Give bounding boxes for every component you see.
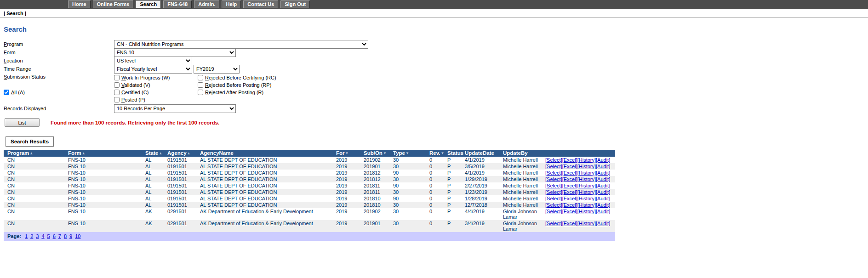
page-link-9[interactable]: 9 xyxy=(69,233,72,239)
audit-link[interactable]: [Audit] xyxy=(596,196,610,201)
page-link-5[interactable]: 5 xyxy=(47,233,50,239)
audit-link[interactable]: [Audit] xyxy=(596,183,610,188)
column-header-agencyname[interactable]: AgencyName xyxy=(196,150,332,157)
excel-link[interactable]: [Excel] xyxy=(562,164,577,169)
tab-search-results[interactable]: Search Results xyxy=(6,136,54,147)
audit-link[interactable]: [Audit] xyxy=(596,157,610,163)
history-link[interactable]: [History] xyxy=(577,176,596,182)
audit-link[interactable]: [Audit] xyxy=(596,170,610,176)
history-link[interactable]: [History] xyxy=(577,189,596,195)
form-select[interactable]: FNS-10 xyxy=(114,48,236,57)
excel-link[interactable]: [Excel] xyxy=(562,221,577,226)
excel-link[interactable]: [Excel] xyxy=(562,189,577,195)
table-row: CNFNS-10AL0191501AL STATE DEPT OF EDUCAT… xyxy=(4,157,615,163)
nav-tab-search[interactable]: Search xyxy=(136,0,161,8)
history-link[interactable]: [History] xyxy=(577,209,596,214)
audit-link[interactable]: [Audit] xyxy=(596,189,610,195)
excel-link[interactable]: [Excel] xyxy=(562,170,577,176)
nav-tab-online-forms[interactable]: Online Forms xyxy=(93,0,134,8)
column-header-form[interactable]: Form▲ xyxy=(64,150,142,157)
cell-rev: 0 xyxy=(426,189,444,195)
time-range-level-select[interactable]: Fiscal Yearly level xyxy=(114,65,192,74)
cell-program: CN xyxy=(4,195,64,202)
select-link[interactable]: [Select] xyxy=(545,189,562,195)
status-checkbox-rejected-before-posting-rp[interactable] xyxy=(198,82,203,88)
cell-agency-name: AK Department of Education & Early Devel… xyxy=(196,208,332,220)
cell-agency: 0291501 xyxy=(164,220,196,232)
page-link-1[interactable]: 1 xyxy=(25,233,28,239)
excel-link[interactable]: [Excel] xyxy=(562,176,577,182)
audit-link[interactable]: [Audit] xyxy=(596,202,610,208)
select-link[interactable]: [Select] xyxy=(545,183,562,188)
history-link[interactable]: [History] xyxy=(577,196,596,201)
column-header-updateby[interactable]: UpdateBy xyxy=(499,150,542,157)
status-checkbox-certified-c[interactable] xyxy=(114,90,120,95)
list-button[interactable]: List xyxy=(5,118,40,127)
page-link-10[interactable]: 10 xyxy=(75,233,80,239)
history-link[interactable]: [History] xyxy=(577,157,596,163)
status-checkbox-rejected-after-posting-r[interactable] xyxy=(198,90,203,95)
records-displayed-select[interactable]: 10 Records Per Page xyxy=(114,104,236,113)
history-link[interactable]: [History] xyxy=(577,164,596,169)
column-header-program[interactable]: Program▲ xyxy=(4,150,64,157)
select-link[interactable]: [Select] xyxy=(545,157,562,163)
column-header-sub-on[interactable]: Sub/On▼ xyxy=(360,150,389,157)
page-link-8[interactable]: 8 xyxy=(64,233,67,239)
history-link[interactable]: [History] xyxy=(577,202,596,208)
nav-tab-fns-648[interactable]: FNS-648 xyxy=(163,0,192,8)
audit-link[interactable]: [Audit] xyxy=(596,221,610,226)
all-checkbox[interactable] xyxy=(4,90,9,95)
select-link[interactable]: [Select] xyxy=(545,164,562,169)
nav-tab-home[interactable]: Home xyxy=(68,0,91,8)
history-link[interactable]: [History] xyxy=(577,170,596,176)
excel-link[interactable]: [Excel] xyxy=(562,202,577,208)
select-link[interactable]: [Select] xyxy=(545,170,562,176)
page-link-6[interactable]: 6 xyxy=(53,233,56,239)
history-link[interactable]: [History] xyxy=(577,183,596,188)
location-select[interactable]: US level xyxy=(114,57,192,65)
nav-tab-contact-us[interactable]: Contact Us xyxy=(243,0,278,8)
column-header-agency[interactable]: Agency▲ xyxy=(164,150,196,157)
column-header-for[interactable]: For▼ xyxy=(332,150,360,157)
history-link[interactable]: [History] xyxy=(577,221,596,226)
nav-tab-help[interactable]: Help xyxy=(222,0,241,8)
column-header-type[interactable]: Type▼ xyxy=(389,150,426,157)
cell-update-by: Michelle Harrell xyxy=(499,176,542,182)
cell-state: AL xyxy=(142,182,164,189)
nav-tab-admin[interactable]: Admin. xyxy=(194,0,219,8)
select-link[interactable]: [Select] xyxy=(545,221,562,226)
program-label: Program xyxy=(4,41,23,47)
page-link-7[interactable]: 7 xyxy=(58,233,61,239)
page-title: Search xyxy=(4,25,868,33)
column-header-rev[interactable]: Rev.▼ xyxy=(426,150,444,157)
audit-link[interactable]: [Audit] xyxy=(596,209,610,214)
status-checkbox-rejected-before-certifying-rc[interactable] xyxy=(198,75,203,80)
audit-link[interactable]: [Audit] xyxy=(596,176,610,182)
cell-update-by: Michelle Harrell xyxy=(499,170,542,176)
page-link-4[interactable]: 4 xyxy=(41,233,44,239)
status-checkbox-posted-p[interactable] xyxy=(114,97,120,102)
cell-state: AL xyxy=(142,170,164,176)
column-header-updatedate[interactable]: UpdateDate xyxy=(461,150,499,157)
column-header-status[interactable]: Status xyxy=(444,150,461,157)
status-checkbox-validated-v[interactable] xyxy=(114,82,120,88)
nav-tab-sign-out[interactable]: Sign Out xyxy=(280,0,310,8)
excel-link[interactable]: [Excel] xyxy=(562,157,577,163)
audit-link[interactable]: [Audit] xyxy=(596,164,610,169)
select-link[interactable]: [Select] xyxy=(545,176,562,182)
select-link[interactable]: [Select] xyxy=(545,209,562,214)
select-link[interactable]: [Select] xyxy=(545,202,562,208)
cell-for: 2019 xyxy=(332,163,360,170)
cell-update-by: Gloria Johnson Lamar xyxy=(499,220,542,232)
page-link-3[interactable]: 3 xyxy=(36,233,39,239)
status-checkbox-work-in-progress-w[interactable] xyxy=(114,75,120,80)
excel-link[interactable]: [Excel] xyxy=(562,183,577,188)
page-link-2[interactable]: 2 xyxy=(30,233,33,239)
program-select[interactable]: CN - Child Nutrition Programs xyxy=(114,40,368,49)
excel-link[interactable]: [Excel] xyxy=(562,196,577,201)
page: HomeOnline FormsSearchFNS-648Admin.HelpC… xyxy=(0,0,868,241)
excel-link[interactable]: [Excel] xyxy=(562,209,577,214)
column-header-state[interactable]: State▲ xyxy=(142,150,164,157)
time-range-year-select[interactable]: FY2019 xyxy=(194,65,240,74)
select-link[interactable]: [Select] xyxy=(545,196,562,201)
